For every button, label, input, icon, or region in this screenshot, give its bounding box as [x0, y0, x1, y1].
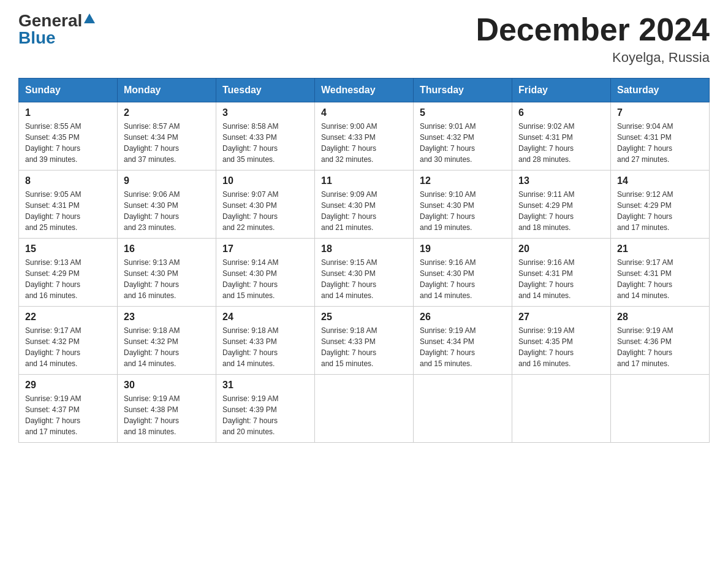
day-number: 15	[25, 243, 111, 255]
day-number: 26	[420, 312, 506, 323]
day-number: 6	[518, 107, 604, 118]
day-info: Sunrise: 8:55 AMSunset: 4:35 PMDaylight:…	[25, 121, 111, 165]
day-info: Sunrise: 8:58 AMSunset: 4:33 PMDaylight:…	[222, 121, 308, 165]
day-info: Sunrise: 9:05 AMSunset: 4:31 PMDaylight:…	[25, 189, 111, 233]
day-info: Sunrise: 9:14 AMSunset: 4:30 PMDaylight:…	[222, 257, 308, 301]
day-number: 28	[617, 312, 703, 323]
day-info: Sunrise: 9:18 AMSunset: 4:33 PMDaylight:…	[321, 325, 407, 369]
table-row	[315, 375, 414, 443]
table-row: 26 Sunrise: 9:19 AMSunset: 4:34 PMDaylig…	[414, 307, 512, 375]
day-info: Sunrise: 9:10 AMSunset: 4:30 PMDaylight:…	[420, 189, 506, 233]
day-number: 19	[420, 243, 506, 255]
table-row: 22 Sunrise: 9:17 AMSunset: 4:32 PMDaylig…	[19, 307, 118, 375]
table-row	[414, 375, 512, 443]
day-number: 7	[617, 107, 703, 118]
day-info: Sunrise: 9:01 AMSunset: 4:32 PMDaylight:…	[420, 121, 506, 165]
table-row: 14 Sunrise: 9:12 AMSunset: 4:29 PMDaylig…	[611, 170, 710, 239]
day-info: Sunrise: 9:18 AMSunset: 4:32 PMDaylight:…	[124, 325, 210, 369]
col-sunday: Sunday	[19, 79, 118, 102]
day-number: 14	[617, 175, 703, 186]
day-info: Sunrise: 9:06 AMSunset: 4:30 PMDaylight:…	[124, 189, 210, 233]
table-row	[611, 375, 710, 443]
day-number: 8	[25, 175, 111, 186]
col-thursday: Thursday	[414, 79, 512, 102]
day-number: 13	[518, 175, 604, 186]
table-row: 10 Sunrise: 9:07 AMSunset: 4:30 PMDaylig…	[216, 170, 315, 239]
table-row: 24 Sunrise: 9:18 AMSunset: 4:33 PMDaylig…	[216, 307, 315, 375]
day-number: 3	[222, 107, 308, 118]
day-info: Sunrise: 9:16 AMSunset: 4:30 PMDaylight:…	[420, 257, 506, 301]
day-info: Sunrise: 9:12 AMSunset: 4:29 PMDaylight:…	[617, 189, 703, 233]
table-row: 7 Sunrise: 9:04 AMSunset: 4:31 PMDayligh…	[611, 102, 710, 170]
page-header: General Blue December 2024 Koyelga, Russ…	[18, 12, 710, 66]
day-number: 30	[124, 380, 210, 391]
logo-general-text: General	[18, 12, 82, 29]
day-number: 23	[124, 312, 210, 323]
day-info: Sunrise: 9:02 AMSunset: 4:31 PMDaylight:…	[518, 121, 604, 165]
day-info: Sunrise: 9:19 AMSunset: 4:34 PMDaylight:…	[420, 325, 506, 369]
day-info: Sunrise: 8:57 AMSunset: 4:34 PMDaylight:…	[124, 121, 210, 165]
table-row: 21 Sunrise: 9:17 AMSunset: 4:31 PMDaylig…	[611, 239, 710, 307]
day-number: 10	[222, 175, 308, 186]
table-row: 6 Sunrise: 9:02 AMSunset: 4:31 PMDayligh…	[512, 102, 611, 170]
day-info: Sunrise: 9:19 AMSunset: 4:35 PMDaylight:…	[518, 325, 604, 369]
day-info: Sunrise: 9:18 AMSunset: 4:33 PMDaylight:…	[222, 325, 308, 369]
day-number: 21	[617, 243, 703, 255]
logo: General Blue	[18, 12, 95, 47]
table-row: 5 Sunrise: 9:01 AMSunset: 4:32 PMDayligh…	[414, 102, 512, 170]
day-info: Sunrise: 9:19 AMSunset: 4:37 PMDaylight:…	[25, 393, 111, 437]
day-number: 12	[420, 175, 506, 186]
calendar-title: December 2024	[476, 12, 710, 47]
day-number: 25	[321, 312, 407, 323]
week-row-3: 15 Sunrise: 9:13 AMSunset: 4:29 PMDaylig…	[19, 239, 710, 307]
table-row: 2 Sunrise: 8:57 AMSunset: 4:34 PMDayligh…	[118, 102, 216, 170]
day-number: 18	[321, 243, 407, 255]
table-row: 16 Sunrise: 9:13 AMSunset: 4:30 PMDaylig…	[118, 239, 216, 307]
header-row: Sunday Monday Tuesday Wednesday Thursday…	[19, 79, 710, 102]
day-info: Sunrise: 9:17 AMSunset: 4:31 PMDaylight:…	[617, 257, 703, 301]
day-number: 1	[25, 107, 111, 118]
day-number: 4	[321, 107, 407, 118]
day-number: 11	[321, 175, 407, 186]
title-section: December 2024 Koyelga, Russia	[476, 12, 710, 66]
table-row: 13 Sunrise: 9:11 AMSunset: 4:29 PMDaylig…	[512, 170, 611, 239]
table-row: 8 Sunrise: 9:05 AMSunset: 4:31 PMDayligh…	[19, 170, 118, 239]
col-wednesday: Wednesday	[315, 79, 414, 102]
day-number: 16	[124, 243, 210, 255]
day-number: 22	[25, 312, 111, 323]
table-row: 31 Sunrise: 9:19 AMSunset: 4:39 PMDaylig…	[216, 375, 315, 443]
day-number: 17	[222, 243, 308, 255]
day-info: Sunrise: 9:19 AMSunset: 4:39 PMDaylight:…	[222, 393, 308, 437]
week-row-5: 29 Sunrise: 9:19 AMSunset: 4:37 PMDaylig…	[19, 375, 710, 443]
day-number: 29	[25, 380, 111, 391]
table-row: 28 Sunrise: 9:19 AMSunset: 4:36 PMDaylig…	[611, 307, 710, 375]
table-row: 17 Sunrise: 9:14 AMSunset: 4:30 PMDaylig…	[216, 239, 315, 307]
day-number: 20	[518, 243, 604, 255]
day-info: Sunrise: 9:17 AMSunset: 4:32 PMDaylight:…	[25, 325, 111, 369]
day-info: Sunrise: 9:09 AMSunset: 4:30 PMDaylight:…	[321, 189, 407, 233]
week-row-1: 1 Sunrise: 8:55 AMSunset: 4:35 PMDayligh…	[19, 102, 710, 170]
day-number: 9	[124, 175, 210, 186]
day-info: Sunrise: 9:16 AMSunset: 4:31 PMDaylight:…	[518, 257, 604, 301]
day-number: 24	[222, 312, 308, 323]
day-info: Sunrise: 9:15 AMSunset: 4:30 PMDaylight:…	[321, 257, 407, 301]
table-row: 3 Sunrise: 8:58 AMSunset: 4:33 PMDayligh…	[216, 102, 315, 170]
col-monday: Monday	[118, 79, 216, 102]
day-number: 2	[124, 107, 210, 118]
table-row: 19 Sunrise: 9:16 AMSunset: 4:30 PMDaylig…	[414, 239, 512, 307]
day-info: Sunrise: 9:19 AMSunset: 4:38 PMDaylight:…	[124, 393, 210, 437]
day-info: Sunrise: 9:13 AMSunset: 4:29 PMDaylight:…	[25, 257, 111, 301]
week-row-2: 8 Sunrise: 9:05 AMSunset: 4:31 PMDayligh…	[19, 170, 710, 239]
calendar-subtitle: Koyelga, Russia	[476, 50, 710, 66]
day-info: Sunrise: 9:19 AMSunset: 4:36 PMDaylight:…	[617, 325, 703, 369]
day-info: Sunrise: 9:04 AMSunset: 4:31 PMDaylight:…	[617, 121, 703, 165]
table-row: 18 Sunrise: 9:15 AMSunset: 4:30 PMDaylig…	[315, 239, 414, 307]
col-saturday: Saturday	[611, 79, 710, 102]
logo-blue-text: Blue	[18, 29, 56, 47]
calendar-table: Sunday Monday Tuesday Wednesday Thursday…	[18, 78, 710, 443]
day-info: Sunrise: 9:00 AMSunset: 4:33 PMDaylight:…	[321, 121, 407, 165]
col-tuesday: Tuesday	[216, 79, 315, 102]
day-number: 27	[518, 312, 604, 323]
table-row: 12 Sunrise: 9:10 AMSunset: 4:30 PMDaylig…	[414, 170, 512, 239]
table-row: 27 Sunrise: 9:19 AMSunset: 4:35 PMDaylig…	[512, 307, 611, 375]
